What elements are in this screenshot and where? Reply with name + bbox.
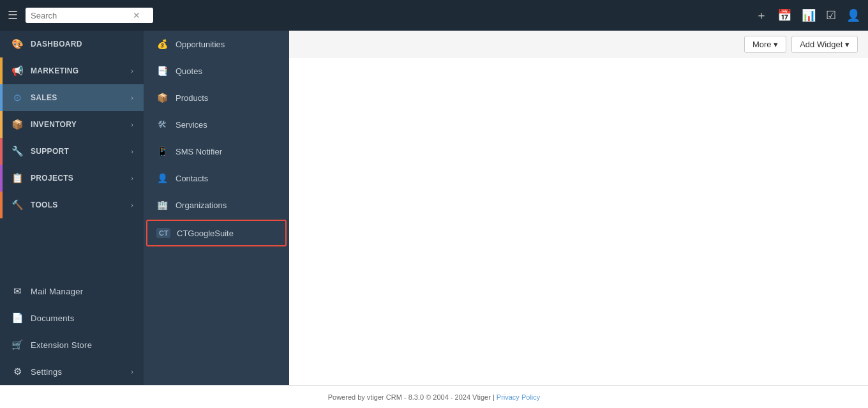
- accent-bar-inventory: [0, 111, 3, 138]
- sidebar-label-tools: TOOLS: [31, 200, 131, 209]
- chart-icon[interactable]: 📊: [802, 8, 816, 22]
- clear-search-icon[interactable]: ✕: [133, 10, 140, 20]
- topbar-right: ＋ 📅 📊 ☑ 👤: [756, 8, 860, 23]
- submenu-item-ctgooglesuite[interactable]: CT CTGoogleSuite: [146, 220, 287, 246]
- sidebar-item-sales[interactable]: ⊙ SALES ›: [0, 84, 144, 111]
- sidebar-label-sales: SALES: [31, 93, 131, 102]
- support-icon: 🔧: [10, 146, 24, 157]
- sales-icon: ⊙: [10, 92, 24, 103]
- main-layout: 🎨 Dashboard 📢 MARKETING › ⊙ SALES › 📦 IN…: [0, 31, 868, 385]
- projects-icon: 📋: [10, 172, 24, 184]
- submenu-label-ctgooglesuite: CTGoogleSuite: [177, 229, 234, 238]
- extension-icon: 🛒: [10, 339, 24, 351]
- sidebar-item-settings[interactable]: ⚙ Settings ›: [0, 358, 144, 385]
- quotes-icon: 📑: [155, 66, 169, 76]
- sidebar-label-support: SUPPORT: [31, 147, 131, 156]
- submenu-panel: 💰 Opportunities 📑 Quotes 📦 Products 🛠 Se…: [144, 31, 289, 385]
- chevron-projects-icon: ›: [131, 174, 133, 182]
- chevron-marketing-icon: ›: [131, 67, 133, 75]
- submenu-label-opportunities: Opportunities: [176, 40, 225, 49]
- submenu-item-services[interactable]: 🛠 Services: [144, 111, 289, 138]
- chevron-settings-icon: ›: [131, 368, 133, 375]
- sidebar-item-dashboard[interactable]: 🎨 Dashboard: [0, 31, 144, 57]
- topbar-left: ☰ ✕: [8, 8, 153, 23]
- opportunities-icon: 💰: [155, 39, 169, 49]
- hamburger-icon[interactable]: ☰: [8, 8, 18, 22]
- sidebar-item-inventory[interactable]: 📦 INVENTORY ›: [0, 111, 144, 138]
- sidebar-item-tools[interactable]: 🔨 TOOLS ›: [0, 192, 144, 218]
- services-icon: 🛠: [155, 119, 169, 130]
- privacy-policy-link[interactable]: Privacy Policy: [497, 393, 540, 401]
- more-button[interactable]: More ▾: [744, 36, 786, 53]
- sidebar-label-settings: Settings: [31, 367, 131, 377]
- submenu-item-contacts[interactable]: 👤 Contacts: [144, 165, 289, 192]
- submenu-label-sms: SMS Notifier: [176, 147, 222, 156]
- sidebar-item-mail-manager[interactable]: ✉ Mail Manager: [0, 278, 144, 305]
- submenu-label-services: Services: [176, 120, 207, 130]
- contacts-icon: 👤: [155, 173, 169, 183]
- sidebar-item-marketing[interactable]: 📢 MARKETING ›: [0, 57, 144, 84]
- chevron-tools-icon: ›: [131, 201, 133, 209]
- mail-icon: ✉: [10, 285, 24, 297]
- marketing-icon: 📢: [10, 65, 24, 77]
- calendar-icon[interactable]: 📅: [777, 8, 791, 22]
- task-icon[interactable]: ☑: [826, 8, 836, 22]
- accent-bar-marketing: [0, 57, 3, 84]
- sidebar-label-mail: Mail Manager: [31, 287, 133, 296]
- search-input[interactable]: [31, 11, 133, 20]
- content-toolbar: More ▾ Add Widget ▾: [289, 31, 868, 58]
- footer-text: Powered by vtiger CRM - 8.3.0 © 2004 - 2…: [328, 393, 495, 401]
- sidebar-item-projects[interactable]: 📋 PROJECTS ›: [0, 165, 144, 192]
- sidebar-label-inventory: INVENTORY: [31, 120, 131, 129]
- accent-bar-projects: [0, 165, 3, 192]
- tools-icon: 🔨: [10, 199, 24, 211]
- submenu-item-organizations[interactable]: 🏢 Organizations: [144, 192, 289, 218]
- chevron-sales-icon: ›: [131, 94, 133, 102]
- ctgooglesuite-icon: CT: [156, 228, 170, 238]
- sidebar-label-extension: Extension Store: [31, 340, 133, 350]
- dashboard-icon: 🎨: [10, 38, 24, 50]
- chevron-inventory-icon: ›: [131, 121, 133, 128]
- search-bar: ✕: [26, 8, 153, 23]
- submenu-label-quotes: Quotes: [176, 66, 202, 76]
- inventory-icon: 📦: [10, 119, 24, 130]
- sidebar-item-documents[interactable]: 📄 Documents: [0, 305, 144, 331]
- user-icon[interactable]: 👤: [846, 8, 860, 22]
- sidebar-label-marketing: MARKETING: [31, 66, 131, 75]
- sidebar-label-dashboard: Dashboard: [31, 40, 133, 49]
- sidebar-item-support[interactable]: 🔧 SUPPORT ›: [0, 138, 144, 165]
- chevron-support-icon: ›: [131, 147, 133, 155]
- sidebar-label-projects: PROJECTS: [31, 174, 131, 183]
- sidebar-bottom: ✉ Mail Manager 📄 Documents 🛒 Extension S…: [0, 278, 144, 385]
- products-icon: 📦: [155, 93, 169, 103]
- submenu-item-sms-notifier[interactable]: 📱 SMS Notifier: [144, 138, 289, 165]
- documents-icon: 📄: [10, 312, 24, 324]
- footer: Powered by vtiger CRM - 8.3.0 © 2004 - 2…: [0, 385, 868, 408]
- sidebar: 🎨 Dashboard 📢 MARKETING › ⊙ SALES › 📦 IN…: [0, 31, 144, 385]
- sidebar-item-extension-store[interactable]: 🛒 Extension Store: [0, 331, 144, 358]
- topbar: ☰ ✕ ＋ 📅 📊 ☑ 👤: [0, 0, 868, 31]
- submenu-label-contacts: Contacts: [176, 174, 208, 183]
- add-icon[interactable]: ＋: [756, 8, 767, 23]
- organizations-icon: 🏢: [155, 200, 169, 210]
- submenu-label-organizations: Organizations: [176, 200, 227, 210]
- accent-bar-tools: [0, 192, 3, 218]
- sms-icon: 📱: [155, 146, 169, 156]
- content-area: [289, 58, 868, 385]
- submenu-item-products[interactable]: 📦 Products: [144, 84, 289, 111]
- main-content: More ▾ Add Widget ▾: [289, 31, 868, 385]
- accent-bar-support: [0, 138, 3, 165]
- submenu-label-products: Products: [176, 93, 208, 103]
- add-widget-button[interactable]: Add Widget ▾: [791, 36, 858, 53]
- sidebar-label-documents: Documents: [31, 314, 133, 323]
- submenu-item-quotes[interactable]: 📑 Quotes: [144, 57, 289, 84]
- settings-icon: ⚙: [10, 366, 24, 377]
- accent-bar-sales: [0, 84, 3, 111]
- submenu-item-opportunities[interactable]: 💰 Opportunities: [144, 31, 289, 57]
